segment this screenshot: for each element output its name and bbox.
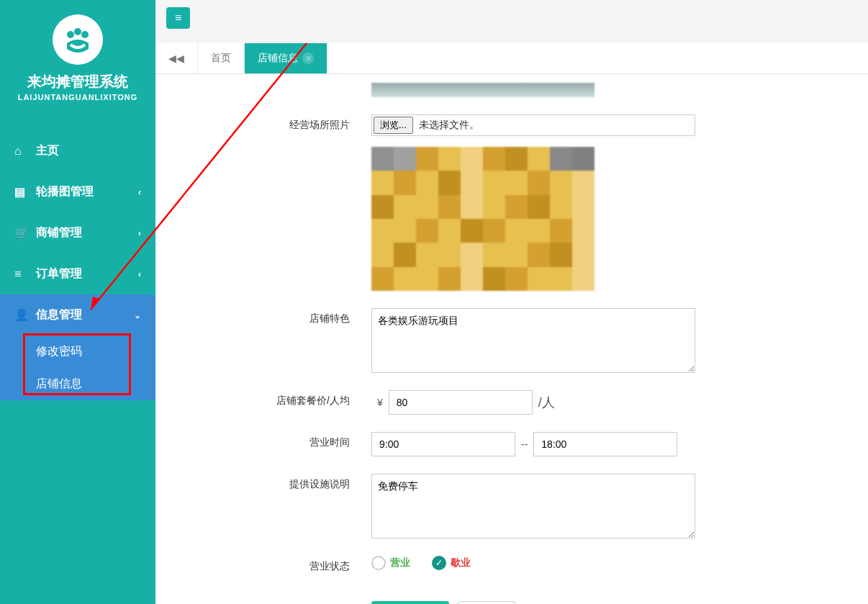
- chevron-left-icon: ‹: [138, 228, 141, 238]
- tab-home[interactable]: 首页: [198, 43, 245, 73]
- subnav-store-info[interactable]: 店铺信息: [0, 368, 155, 400]
- svg-point-0: [67, 31, 74, 38]
- radio-open[interactable]: 营业: [371, 556, 410, 570]
- sidebar-item-label: 信息管理: [36, 307, 82, 323]
- sidebar-item-carousel[interactable]: ▤轮播图管理‹: [0, 171, 155, 212]
- main-content: ≡ ◀◀ 首页 店铺信息✕ 经营场所照片 浏览... 未选择文件。: [155, 0, 868, 604]
- logo-icon: [53, 14, 103, 65]
- sidebar-item-store[interactable]: 🛒商铺管理‹: [0, 212, 155, 253]
- time-separator: --: [521, 438, 528, 450]
- sidebar-item-label: 商铺管理: [36, 225, 82, 240]
- reset-button[interactable]: ↻重置: [458, 601, 515, 604]
- submit-button[interactable]: ✓确认提交: [371, 601, 449, 604]
- label-facility: 提供设施说明: [170, 474, 371, 491]
- list-icon: ≡: [14, 268, 27, 281]
- label-venue-photo: 经营场所照片: [170, 114, 371, 132]
- sidebar-item-orders[interactable]: ≡订单管理‹: [0, 253, 155, 294]
- input-price[interactable]: [389, 390, 533, 415]
- tab-bar: ◀◀ 首页 店铺信息✕: [155, 43, 868, 74]
- file-icon: ▤: [14, 185, 27, 199]
- radio-checked-icon: ✓: [432, 556, 446, 570]
- chevron-left-icon: ‹: [138, 269, 141, 279]
- label-hours: 营业时间: [170, 432, 371, 449]
- file-status-text: 未选择文件。: [419, 119, 693, 132]
- svg-point-1: [81, 31, 89, 38]
- browse-button[interactable]: 浏览...: [374, 117, 413, 134]
- input-hours-end[interactable]: [533, 432, 677, 456]
- logo-area: 来均摊管理系统 LAIJUNTANGUANLIXITONG: [0, 0, 155, 116]
- cart-icon: 🛒: [14, 226, 27, 240]
- home-icon: ⌂: [14, 145, 27, 158]
- menu-toggle-button[interactable]: ≡: [166, 7, 190, 29]
- textarea-facility[interactable]: 免费停车: [371, 474, 695, 538]
- sidebar-item-home[interactable]: ⌂主页: [0, 130, 155, 171]
- subnav-change-password[interactable]: 修改密码: [0, 335, 155, 368]
- tab-nav-back[interactable]: ◀◀: [155, 43, 198, 73]
- currency-symbol: ¥: [377, 397, 383, 408]
- system-subtitle: LAIJUNTANGUANLIXITONG: [0, 93, 155, 102]
- chevron-left-icon: ‹: [138, 187, 141, 197]
- chevron-down-icon: ⌄: [134, 310, 141, 320]
- radio-closed-label: 歇业: [451, 556, 471, 569]
- file-input[interactable]: 浏览... 未选择文件。: [371, 114, 695, 136]
- label-feature: 店铺特色: [170, 308, 371, 325]
- topbar: ≡: [155, 0, 868, 36]
- svg-point-2: [74, 28, 81, 35]
- tab-store-info[interactable]: 店铺信息✕: [245, 43, 327, 73]
- sidebar-item-label: 订单管理: [36, 266, 82, 281]
- price-suffix: /人: [538, 394, 555, 411]
- sidebar-item-label: 轮播图管理: [36, 184, 94, 199]
- double-chevron-left-icon: ◀◀: [168, 53, 184, 64]
- sidebar-item-info[interactable]: 👤信息管理⌄: [0, 294, 155, 335]
- label-price: 店铺套餐价/人均: [170, 390, 371, 407]
- sidebar: 来均摊管理系统 LAIJUNTANGUANLIXITONG ⌂主页 ▤轮播图管理…: [0, 0, 155, 604]
- label-status: 营业状态: [170, 556, 371, 573]
- close-icon[interactable]: ✕: [302, 53, 314, 64]
- sidebar-item-label: 主页: [36, 143, 59, 158]
- user-add-icon: 👤: [14, 308, 27, 322]
- radio-open-label: 营业: [390, 556, 410, 569]
- radio-closed[interactable]: ✓ 歇业: [432, 556, 471, 570]
- radio-unchecked-icon: [371, 556, 386, 570]
- textarea-feature[interactable]: 各类娱乐游玩项目: [371, 308, 695, 373]
- system-name: 来均摊管理系统: [0, 72, 155, 91]
- image-preview-top: [371, 83, 595, 97]
- input-hours-start[interactable]: [371, 432, 515, 456]
- image-preview-venue: [371, 147, 595, 291]
